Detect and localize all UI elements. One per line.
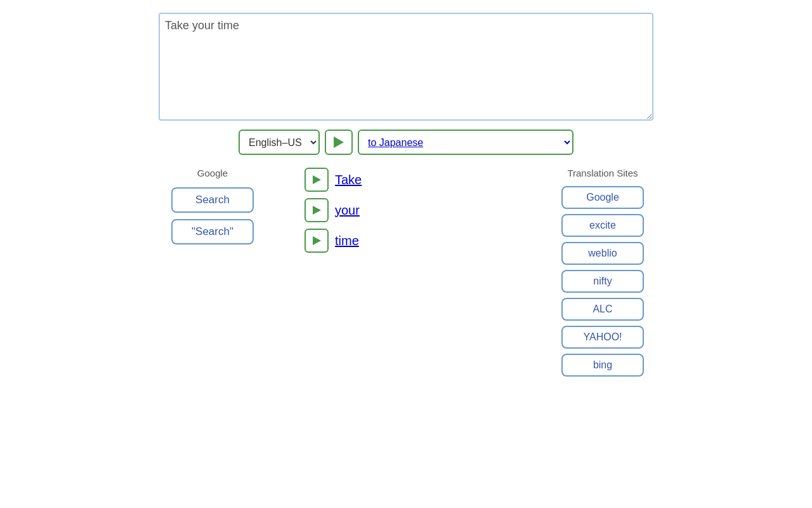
input-textarea[interactable] bbox=[159, 13, 653, 121]
controls-row: English–US English–UK Japanese French Sp… bbox=[239, 130, 573, 155]
words-section: Take your time bbox=[266, 168, 552, 253]
trans-nifty-button[interactable]: nifty bbox=[561, 270, 644, 293]
word-row-1: your bbox=[304, 198, 360, 222]
bottom-section: Google Search "Search" Take your bbox=[159, 168, 653, 377]
source-language-select[interactable]: English–US English–UK Japanese French Sp… bbox=[239, 130, 320, 155]
trans-weblio-button[interactable]: weblio bbox=[561, 242, 644, 265]
word-link-1[interactable]: your bbox=[335, 203, 360, 218]
play-icon bbox=[313, 175, 321, 184]
word-link-0[interactable]: Take bbox=[335, 173, 362, 187]
word-row-2: time bbox=[304, 229, 359, 253]
play-all-icon bbox=[334, 137, 344, 148]
translation-sites-label: Translation Sites bbox=[567, 168, 638, 178]
google-label: Google bbox=[197, 168, 228, 178]
trans-google-button[interactable]: Google bbox=[561, 186, 644, 209]
play-word-1-button[interactable] bbox=[304, 198, 329, 222]
play-word-0-button[interactable] bbox=[304, 168, 329, 192]
trans-excite-button[interactable]: excite bbox=[561, 214, 644, 237]
target-language-select[interactable]: to Japanese to English to French to Span… bbox=[358, 130, 573, 155]
play-all-button[interactable] bbox=[325, 130, 353, 155]
main-container: English–US English–UK Japanese French Sp… bbox=[152, 6, 660, 377]
trans-yahoo-button[interactable]: YAHOO! bbox=[561, 326, 644, 349]
play-word-2-button[interactable] bbox=[304, 229, 329, 253]
trans-alc-button[interactable]: ALC bbox=[561, 298, 644, 321]
play-icon bbox=[313, 206, 321, 215]
google-section: Google Search "Search" bbox=[159, 168, 266, 244]
trans-bing-button[interactable]: bing bbox=[561, 354, 644, 377]
google-search-button[interactable]: Search bbox=[171, 187, 254, 213]
play-icon bbox=[313, 236, 321, 245]
google-search-quoted-button[interactable]: "Search" bbox=[171, 219, 254, 244]
translation-section: Translation Sites Google excite weblio n… bbox=[552, 168, 653, 377]
word-row-0: Take bbox=[304, 168, 362, 192]
word-link-2[interactable]: time bbox=[335, 234, 359, 248]
